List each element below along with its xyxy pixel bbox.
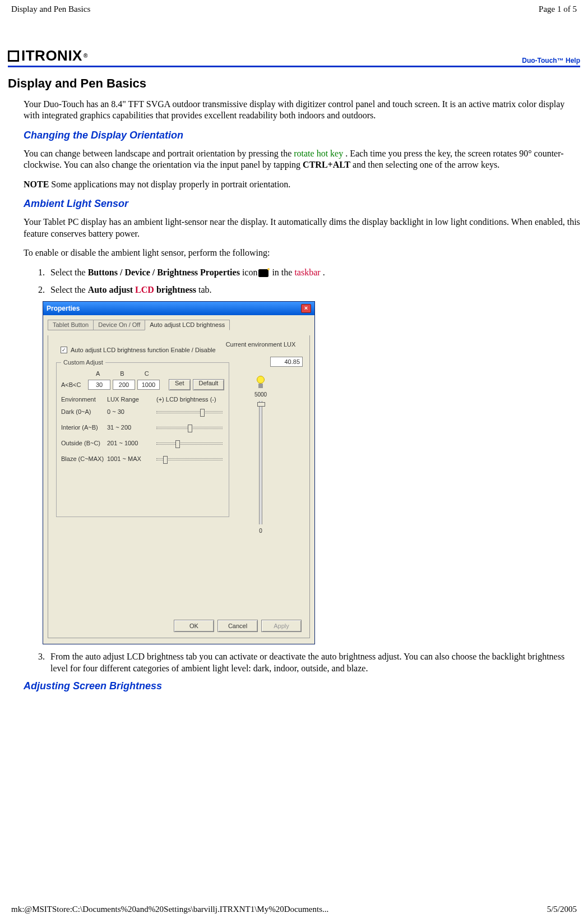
apply-button[interactable]: Apply	[261, 620, 302, 632]
vslider-max: 5000	[219, 391, 303, 398]
registered-icon: ®	[84, 53, 88, 59]
step-2: Select the Auto adjust LCD brightness ta…	[47, 284, 580, 296]
custom-adjust-fieldset: Custom Adjust A B C A<B<C 30 200 1000	[56, 359, 229, 517]
footer-left: mk:@MSITStore:C:\Documents%20and%20Setti…	[11, 905, 328, 914]
lux-panel: Current environment LUX 40.85 5000 0	[219, 341, 303, 534]
abc-header: A B C	[96, 370, 224, 377]
range-label: 31 ~ 200	[107, 424, 156, 431]
range-label: 0 ~ 30	[107, 408, 156, 415]
enable-checkbox[interactable]: ✓	[61, 347, 67, 353]
brightness-slider[interactable]	[156, 442, 223, 445]
hdr-lux-range: LUX Range	[107, 396, 156, 403]
range-label: 1001 ~ MAX	[107, 455, 156, 462]
brand-logo: ITRONIX ®	[8, 47, 88, 64]
env-label: Dark (0~A)	[61, 408, 107, 415]
bulb-icon	[255, 376, 266, 389]
page-title: Display and Pen Basics	[8, 76, 580, 91]
step-3: From the auto adjust LCD brightness tab …	[47, 651, 580, 675]
properties-dialog: Properties × Tablet Button Device On / O…	[43, 301, 315, 644]
lux-value: 40.85	[270, 357, 303, 367]
step-1: Select the Buttons / Device / Brightness…	[47, 267, 580, 279]
logo-square-icon	[8, 50, 19, 62]
abc-inputs: A<B<C 30 200 1000 Set Default	[61, 379, 224, 390]
value-b-input[interactable]: 200	[113, 380, 135, 390]
dialog-title-text: Properties	[47, 305, 80, 312]
ambient-heading: Ambient Light Sensor	[24, 198, 580, 210]
value-c-input[interactable]: 1000	[137, 380, 160, 390]
range-row: Blaze (C~MAX)1001 ~ MAX	[61, 455, 224, 462]
vslider-thumb[interactable]	[257, 402, 265, 407]
brightness-tray-icon	[258, 269, 268, 277]
env-label: Blaze (C~MAX)	[61, 455, 107, 462]
steps-list-cont: From the auto adjust LCD brightness tab …	[47, 651, 580, 675]
tabstrip: Tablet Button Device On / Off Auto adjus…	[48, 320, 310, 330]
ok-button[interactable]: OK	[174, 620, 214, 632]
enable-checkbox-label: Auto adjust LCD brightness function Enab…	[71, 347, 216, 353]
hdr-brightness: (+) LCD brightness (-)	[156, 396, 216, 403]
brightness-slider[interactable]	[156, 427, 223, 429]
print-header: Display and Pen Basics Page 1 of 5	[0, 0, 588, 19]
intro-paragraph: Your Duo-Touch has an 8.4" TFT SVGA outd…	[24, 99, 580, 122]
dialog-body: Tablet Button Device On / Off Auto adjus…	[43, 315, 314, 644]
slider-thumb[interactable]	[200, 409, 205, 417]
brightness-heading: Adjusting Screen Brightness	[24, 680, 580, 692]
orientation-note: NOTE Some applications may not display p…	[24, 179, 580, 190]
lux-label: Current environment LUX	[219, 341, 303, 348]
dialog-titlebar: Properties ×	[43, 302, 314, 315]
taskbar-link[interactable]: taskbar	[294, 268, 320, 277]
tab-auto-adjust[interactable]: Auto adjust LCD brightness	[145, 320, 230, 330]
env-label: Interior (A~B)	[61, 424, 107, 431]
ambient-p1: Your Tablet PC display has an ambient li…	[24, 216, 580, 239]
logo-text: ITRONIX	[21, 47, 82, 64]
set-button[interactable]: Set	[169, 379, 191, 390]
vslider-min: 0	[219, 528, 303, 534]
cancel-button[interactable]: Cancel	[217, 620, 258, 632]
range-table: Environment LUX Range (+) LCD brightness…	[61, 396, 224, 462]
steps-list: Select the Buttons / Device / Brightness…	[47, 267, 580, 296]
range-row: Interior (A~B)31 ~ 200	[61, 424, 224, 431]
tab-panel: ✓ Auto adjust LCD brightness function En…	[48, 335, 310, 638]
custom-adjust-legend: Custom Adjust	[61, 359, 105, 366]
rotate-hotkey-link[interactable]: rotate hot key	[294, 149, 343, 158]
lcd-link[interactable]: LCD	[135, 285, 154, 294]
slider-thumb[interactable]	[163, 456, 168, 464]
slider-thumb[interactable]	[188, 425, 192, 432]
print-footer: mk:@MSITStore:C:\Documents%20and%20Setti…	[0, 900, 588, 919]
help-link[interactable]: Duo-Touch™ Help	[522, 57, 580, 64]
ambient-p2: To enable or disable the ambient light s…	[24, 247, 580, 259]
hdr-environment: Environment	[61, 396, 107, 403]
brightness-slider[interactable]	[156, 411, 223, 413]
tab-device-onoff[interactable]: Device On / Off	[93, 320, 145, 330]
content: ITRONIX ® Duo-Touch™ Help Display and Pe…	[0, 0, 588, 732]
header-left: Display and Pen Basics	[11, 4, 90, 14]
orientation-heading: Changing the Display Orientation	[24, 130, 580, 141]
env-label: Outside (B~C)	[61, 440, 107, 446]
footer-right: 5/5/2005	[547, 905, 577, 914]
brightness-slider[interactable]	[156, 458, 223, 460]
logo-row: ITRONIX ® Duo-Touch™ Help	[8, 47, 580, 67]
lux-vertical-slider[interactable]	[259, 401, 262, 524]
range-row: Dark (0~A)0 ~ 30	[61, 408, 224, 415]
header-right: Page 1 of 5	[539, 4, 577, 14]
close-button[interactable]: ×	[301, 304, 311, 313]
ctrl-alt-text: CTRL+ALT	[303, 160, 350, 169]
orientation-paragraph: You can change between landscape and por…	[24, 148, 580, 171]
range-label: 201 ~ 1000	[107, 440, 156, 446]
dialog-buttons: OK Cancel Apply	[174, 620, 302, 632]
slider-thumb[interactable]	[175, 440, 180, 448]
value-a-input[interactable]: 30	[88, 380, 110, 390]
tab-tablet-button[interactable]: Tablet Button	[48, 320, 94, 330]
range-row: Outside (B~C)201 ~ 1000	[61, 440, 224, 446]
abc-relation: A<B<C	[61, 381, 86, 388]
